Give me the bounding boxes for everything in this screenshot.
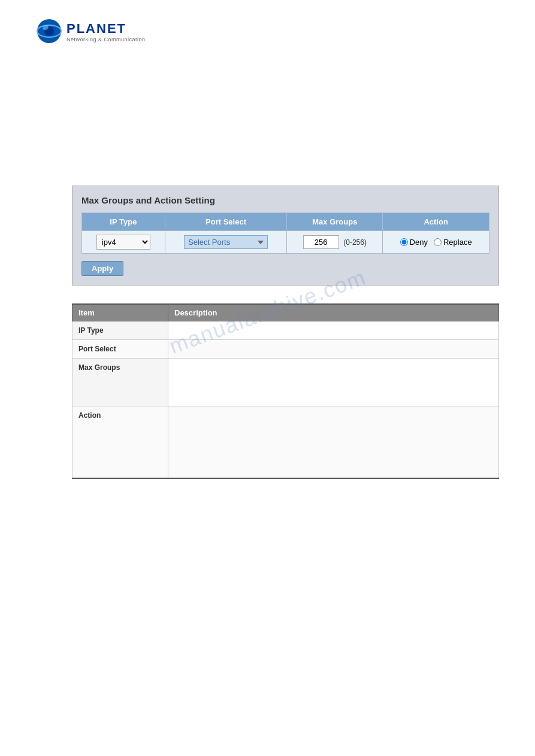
desc-row-1: Port Select [72, 340, 499, 359]
replace-radio[interactable] [434, 238, 442, 246]
action-cell: Deny Replace [383, 231, 489, 254]
ip-type-select[interactable]: ipv4 ipv6 [96, 235, 150, 250]
col-max-groups: Max Groups [287, 213, 383, 231]
action-options: Deny Replace [388, 238, 484, 247]
apply-button[interactable]: Apply [81, 261, 123, 276]
deny-radio[interactable] [400, 238, 408, 246]
desc-row-2: Max Groups [72, 359, 499, 406]
deny-radio-label[interactable]: Deny [400, 238, 428, 247]
replace-label: Replace [443, 238, 472, 247]
desc-item-0: IP Type [72, 321, 168, 340]
desc-desc-1 [168, 340, 499, 359]
logo-text-block: PLANET Networking & Communication [67, 21, 146, 42]
desc-header-row: Item Description [72, 304, 499, 321]
desc-item-1: Port Select [72, 340, 168, 359]
max-groups-input[interactable] [303, 235, 339, 249]
desc-row-3: Action [72, 406, 499, 478]
ip-type-cell: ipv4 ipv6 [82, 231, 165, 254]
desc-desc-3 [168, 406, 499, 478]
port-select-wrapper: Select Ports [184, 235, 268, 249]
desc-col-description: Description [168, 304, 499, 321]
table-header-row: IP Type Port Select Max Groups Action [82, 213, 489, 231]
port-select-cell: Select Ports [165, 231, 287, 254]
desc-row-0: IP Type [72, 321, 499, 340]
settings-table: IP Type Port Select Max Groups Action ip… [81, 212, 489, 254]
range-hint: (0-256) [343, 238, 367, 247]
port-select-dropdown[interactable]: Select Ports [184, 235, 268, 249]
main-content: Max Groups and Action Setting IP Type Po… [72, 186, 499, 479]
logo-area: PLANET Networking & Communication [36, 18, 146, 45]
settings-title: Max Groups and Action Setting [81, 195, 489, 205]
col-port-select: Port Select [165, 213, 287, 231]
logo-sub-label: Networking & Communication [67, 37, 146, 42]
desc-desc-0 [168, 321, 499, 340]
desc-table: Item Description IP Type Port Select Max… [72, 303, 499, 479]
desc-desc-2 [168, 359, 499, 406]
replace-radio-label[interactable]: Replace [434, 238, 472, 247]
planet-logo-icon [36, 18, 63, 45]
settings-box: Max Groups and Action Setting IP Type Po… [72, 186, 499, 286]
desc-item-3: Action [72, 406, 168, 478]
table-row: ipv4 ipv6 Select Ports (0-256) [82, 231, 489, 254]
col-ip-type: IP Type [82, 213, 165, 231]
deny-label: Deny [410, 238, 428, 247]
logo-planet-label: PLANET [67, 21, 146, 37]
max-groups-cell: (0-256) [287, 231, 383, 254]
desc-item-2: Max Groups [72, 359, 168, 406]
col-action: Action [383, 213, 489, 231]
desc-col-item: Item [72, 304, 168, 321]
